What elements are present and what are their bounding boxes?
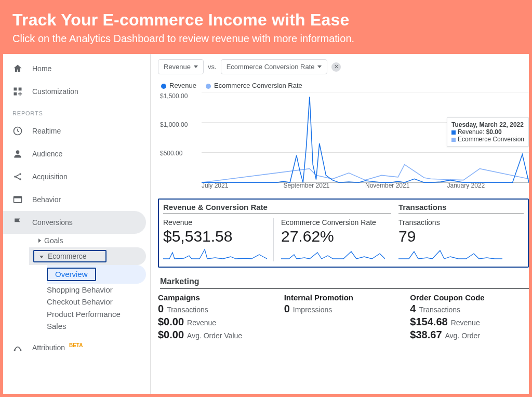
mcol-title: Order Coupon Code (410, 293, 529, 302)
card-label: Revenue (163, 218, 267, 227)
attribution-icon (12, 342, 23, 352)
promo-banner: Track Your E-commerce Income with Ease C… (0, 0, 532, 54)
y-tick: $500.00 (160, 150, 182, 157)
sidebar-ecommerce-checkout[interactable]: Checkout Behavior (47, 296, 150, 308)
marketing-title: Marketing (160, 277, 529, 289)
chevron-down-icon (194, 65, 198, 68)
sidebar-item-realtime[interactable]: Realtime (3, 120, 146, 142)
customization-icon (12, 86, 23, 97)
square-icon (451, 138, 456, 142)
chevron-right-icon (38, 239, 41, 243)
chevron-down-icon (317, 65, 322, 68)
x-axis: July 2021 September 2021 November 2021 J… (202, 182, 529, 194)
behavior-icon (12, 194, 23, 205)
sidebar-ecommerce-product[interactable]: Product Performance (47, 308, 150, 321)
svg-rect-2 (14, 92, 17, 96)
x-tick: July 2021 (202, 182, 284, 194)
stat-value: 0 (284, 303, 290, 315)
picker-label: Revenue (164, 63, 191, 71)
square-icon (451, 130, 456, 135)
card-group-title: Revenue & Conversion Rate (163, 203, 391, 214)
sparkline (398, 248, 502, 260)
sidebar-item-attribution[interactable]: Attribution BETA (3, 336, 146, 359)
flag-icon (12, 217, 23, 228)
sidebar-item-label: Audience (32, 150, 62, 158)
x-tick: November 2021 (365, 182, 447, 194)
picker-label: Ecommerce Conversion Rate (227, 63, 315, 71)
chevron-down-icon (39, 256, 44, 258)
card-label: Transactions (398, 218, 517, 227)
stat-value: $0.00 (158, 329, 184, 341)
sidebar-item-home[interactable]: Home (3, 57, 146, 80)
card-group-transactions: Transactions Transactions 79 (398, 203, 524, 261)
svg-rect-1 (19, 88, 22, 91)
sidebar-item-label: Home (32, 64, 51, 73)
sidebar-ecommerce-overview[interactable]: Overview (47, 265, 146, 284)
marketing-order-coupon[interactable]: Order Coupon Code 4Transactions $154.68R… (410, 293, 529, 341)
svg-point-4 (16, 150, 20, 154)
chart-legend: Revenue Ecommerce Conversion Rate (161, 82, 529, 89)
card-value: 79 (398, 228, 517, 245)
sidebar-item-customization[interactable]: Customization (3, 80, 146, 103)
card-label: Ecommerce Conversion Rate (281, 218, 385, 227)
stat-value: 0 (158, 303, 164, 315)
legend-dot-icon (161, 84, 166, 89)
sidebar-item-conversions[interactable]: Conversions (3, 211, 146, 234)
sidebar-ecommerce-sales[interactable]: Sales (47, 320, 150, 333)
home-icon (12, 63, 23, 74)
clock-icon (12, 126, 23, 136)
sidebar: Home Customization REPORTS Realtime Audi… (3, 54, 151, 394)
sidebar-item-label: Ecommerce (48, 252, 87, 260)
banner-title: Track Your E-commerce Income with Ease (12, 10, 520, 30)
vs-label: vs. (208, 63, 217, 71)
stat-label: Transactions (167, 306, 208, 314)
svg-point-5 (14, 176, 16, 178)
chart-tooltip: Tuesday, March 22, 2022 Revenue: $0.00 E… (447, 117, 529, 147)
primary-metric-picker[interactable]: Revenue (158, 59, 204, 74)
stat-label: Transactions (419, 306, 460, 314)
card-transactions[interactable]: Transactions 79 (398, 218, 524, 261)
stat-value: $154.68 (410, 316, 447, 328)
x-tick: September 2021 (284, 182, 366, 194)
stat-label: Revenue (451, 319, 480, 327)
stat-label: Impressions (293, 306, 332, 314)
card-revenue[interactable]: Revenue $5,531.58 (163, 218, 274, 261)
stat-value: $38.67 (410, 329, 442, 341)
sidebar-item-behavior[interactable]: Behavior (3, 188, 146, 211)
banner-subtitle: Click on the Analytics Dashboard to revi… (12, 33, 520, 45)
sidebar-ecommerce-shopping[interactable]: Shopping Behavior (47, 284, 150, 296)
sidebar-subitem-goals[interactable]: Goals (29, 234, 146, 247)
sidebar-item-label: Conversions (32, 218, 73, 227)
sidebar-item-label: Realtime (32, 127, 61, 135)
stat-label: Revenue (187, 319, 216, 327)
stat-value: $0.00 (158, 316, 184, 328)
revenue-chart[interactable]: $1,500.00 $1,000.00 $500.00 July 2021 Se… (160, 92, 529, 194)
marketing-internal-promotion[interactable]: Internal Promotion 0Impressions (284, 293, 403, 341)
marketing-campaigns[interactable]: Campaigns 0Transactions $0.00Revenue $0.… (158, 293, 277, 341)
share-icon (12, 171, 23, 182)
sidebar-subitem-ecommerce[interactable]: Ecommerce (29, 247, 146, 265)
y-tick: $1,000.00 (160, 121, 188, 128)
card-conversion-rate[interactable]: Ecommerce Conversion Rate 27.62% (281, 218, 391, 261)
sidebar-item-audience[interactable]: Audience (3, 142, 146, 165)
svg-point-7 (19, 178, 21, 180)
mcol-title: Campaigns (158, 293, 277, 302)
legend-label-b: Ecommerce Conversion Rate (214, 82, 302, 89)
card-value: 27.62% (281, 228, 385, 245)
card-group-title: Transactions (398, 203, 524, 214)
svg-point-11 (20, 349, 21, 351)
summary-cards-row: Revenue & Conversion Rate Revenue $5,531… (158, 198, 529, 268)
svg-point-10 (14, 349, 16, 351)
mcol-title: Internal Promotion (284, 293, 403, 302)
sidebar-item-acquisition[interactable]: Acquisition (3, 165, 146, 188)
svg-rect-9 (14, 196, 22, 198)
sparkline (281, 248, 385, 260)
secondary-metric-picker[interactable]: Ecommerce Conversion Rate (221, 59, 328, 74)
sidebar-item-label: Acquisition (32, 173, 68, 181)
card-value: $5,531.58 (163, 228, 267, 245)
marketing-row: Campaigns 0Transactions $0.00Revenue $0.… (158, 293, 529, 341)
beta-badge: BETA (69, 342, 83, 348)
sidebar-item-label: Goals (44, 236, 63, 245)
clear-secondary-button[interactable]: ✕ (331, 62, 341, 72)
tooltip-date: Tuesday, March 22, 2022 (451, 121, 524, 128)
